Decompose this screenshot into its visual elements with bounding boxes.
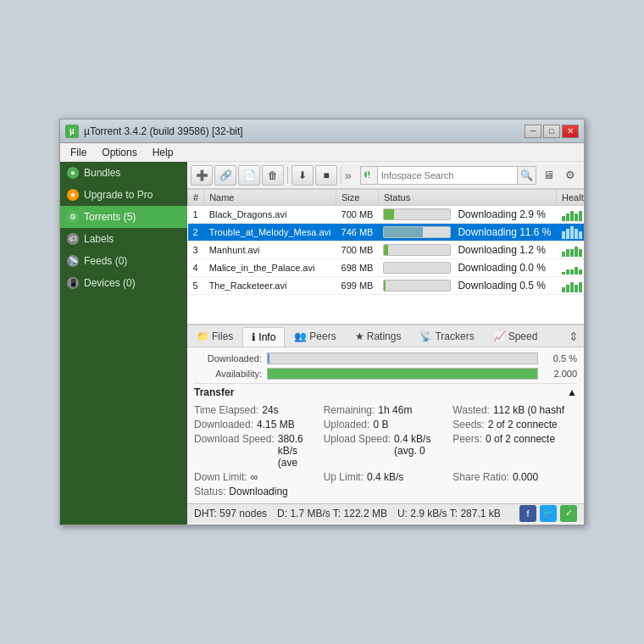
up-limit-row: Up Limit: 0.4 kB/s [324,470,448,484]
toolbar-separator [287,167,288,184]
share-ratio-key: Share Ratio: [452,471,509,483]
menu-bar: File Options Help [60,143,584,162]
status-ok-icon[interactable]: ✓ [560,505,577,522]
cell-name: Malice_in_the_Palace.avi [204,259,336,277]
seeds-key: Seeds: [452,419,484,430]
tab-files[interactable]: 📁Files [187,326,242,346]
tab-expand-button[interactable]: ⇕ [564,330,584,343]
cell-health [557,206,584,224]
downloaded-pct: 0.5 % [543,353,577,364]
share-ratio-val: 0.000 [513,471,538,483]
footer-icons: f 🐦 ✓ [519,505,577,522]
tab-trackers[interactable]: 📡Trackers [410,326,483,346]
tab-info-label: Info [258,331,275,343]
sidebar-label-labels: Labels [84,233,114,245]
maximize-button[interactable]: □ [543,125,560,138]
sidebar-label-feeds: Feeds (0) [84,255,127,267]
add-link-button[interactable]: 🔗 [214,165,236,186]
menu-options[interactable]: Options [95,145,143,160]
col-size[interactable]: Size [336,190,379,206]
wasted-row: Wasted: 112 kB (0 hashf [452,403,577,417]
status-footer: DHT: 597 nodes D: 1.7 MB/s T: 122.2 MB U… [187,503,584,522]
download-button[interactable]: ⬇ [291,165,314,186]
cell-num: 5 [188,277,204,295]
remove-button[interactable]: 🗑 [262,165,284,186]
downloaded-data-key: Downloaded: [194,419,253,430]
search-input[interactable] [377,166,518,185]
seeds-val: 2 of 2 connecte [488,419,558,430]
cell-name: Black_Dragons.avi [204,206,336,224]
downloaded-track [267,353,538,364]
transfer-title: Transfer ▲ [194,383,577,401]
ul-speed-val: 0.4 kB/s (avg. 0 [394,433,447,469]
table-row[interactable]: 3 Manhunt.avi 700 MB Downloading 1.2 % 1… [188,242,585,259]
content-area: ➕ 🔗 📄 🗑 ⬇ ■ » µ 🔍 🖥 ⚙ [187,162,584,525]
dht-status: DHT: 597 nodes [194,508,267,519]
settings-icon[interactable]: ⚙ [560,165,580,186]
sidebar-item-upgrade[interactable]: ★ Upgrade to Pro [60,184,187,206]
cell-size: 746 MB [336,224,379,242]
down-limit-row: Down Limit: ∞ [194,470,319,484]
cell-size: 700 MB [336,206,379,224]
close-button[interactable]: ✕ [562,125,579,138]
more-button[interactable]: » [341,167,355,184]
sidebar-item-labels[interactable]: 🏷 Labels [60,228,187,250]
cell-size: 699 MB [336,277,379,295]
feeds-icon: 📡 [67,255,79,267]
down-limit-val: ∞ [251,471,258,483]
cell-status: Downloading 0.5 % [378,277,556,295]
cell-name: Manhunt.avi [204,242,336,259]
cell-health [557,259,584,277]
search-icon-btn[interactable]: µ [360,166,377,185]
col-health[interactable]: Health [557,190,584,206]
search-submit-button[interactable]: 🔍 [518,166,536,185]
downloaded-row: Downloaded: 0.5 % [194,353,577,364]
dl-speed-row: Download Speed: 380.6 kB/s (ave [194,432,319,469]
cell-status: Downloading 1.2 % [378,242,556,259]
cell-num: 2 [188,224,204,242]
menu-file[interactable]: File [64,145,93,160]
sidebar: ● Bundles ★ Upgrade to Pro ⚙ Torrents (5… [60,162,187,525]
menu-help[interactable]: Help [146,145,180,160]
table-row[interactable]: 1 Black_Dragons.avi 700 MB Downloading 2… [188,206,585,224]
remaining-row: Remaining: 1h 46m [324,403,448,417]
table-row[interactable]: 4 Malice_in_the_Palace.avi 698 MB Downlo… [188,259,585,277]
transfer-collapse-icon[interactable]: ▲ [567,386,577,398]
stop-button[interactable]: ■ [315,165,337,186]
minimize-button[interactable]: ─ [525,125,541,138]
col-name[interactable]: Name [204,190,336,206]
sidebar-item-torrents[interactable]: ⚙ Torrents (5) [60,206,187,228]
sidebar-item-bundles[interactable]: ● Bundles [60,162,187,184]
tab-ratings[interactable]: ★Ratings [346,326,411,346]
downloaded-data-val: 4.15 MB [257,419,295,430]
downloaded-data-row: Downloaded: 4.15 MB [194,418,319,431]
create-torrent-button[interactable]: 📄 [238,165,260,186]
twitter-icon[interactable]: 🐦 [540,505,557,522]
time-elapsed-key: Time Elapsed: [194,404,258,416]
tab-info[interactable]: ℹInfo [242,327,285,347]
table-row[interactable]: 2 Trouble_at_Melody_Mesa.avi 746 MB Down… [188,224,585,242]
devices-icon: 📱 [67,277,79,289]
window-title: µTorrent 3.4.2 (build 39586) [32-bit] [84,125,243,137]
cell-name: The_Racketeer.avi [204,277,336,295]
tab-peers[interactable]: 👥Peers [285,326,345,346]
sidebar-item-feeds[interactable]: 📡 Feeds (0) [60,250,187,272]
cell-health [557,277,584,295]
upgrade-icon: ★ [67,189,79,201]
table-row[interactable]: 5 The_Racketeer.avi 699 MB Downloading 0… [188,277,585,295]
torrent-list: # Name Size Status Health Down Speed 1 B… [187,189,584,325]
bundles-icon: ● [67,167,79,179]
cell-status: Downloading 2.9 % [378,206,556,224]
tab-peers-label: Peers [309,330,336,342]
peers-row: Peers: 0 of 2 connecte [452,432,577,469]
col-num[interactable]: # [188,190,204,206]
col-status[interactable]: Status [378,190,556,206]
sidebar-item-devices[interactable]: 📱 Devices (0) [60,272,187,294]
add-torrent-button[interactable]: ➕ [191,165,213,186]
availability-fill [268,369,537,379]
toolbar: ➕ 🔗 📄 🗑 ⬇ ■ » µ 🔍 🖥 ⚙ [187,162,584,189]
torrent-table: # Name Size Status Health Down Speed 1 B… [187,189,584,295]
tab-speed[interactable]: 📈Speed [484,326,547,346]
remote-icon[interactable]: 🖥 [538,165,558,186]
facebook-icon[interactable]: f [519,505,536,522]
